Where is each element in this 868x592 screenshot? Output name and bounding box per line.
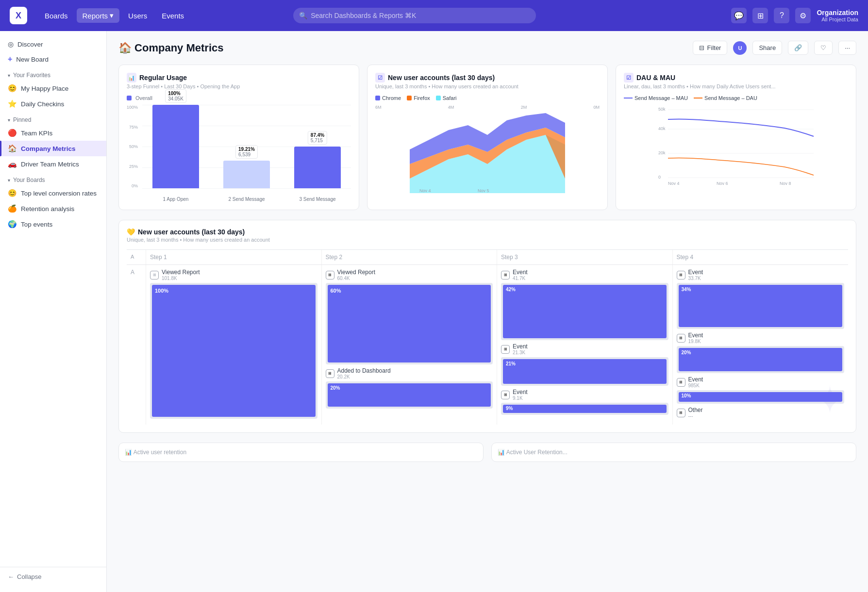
- svg-text:Nov 6: Nov 6: [717, 181, 728, 186]
- more-button[interactable]: ···: [838, 41, 856, 55]
- card-new-user-accounts: ☑ New user accounts (last 30 days) Uniqu…: [367, 65, 608, 210]
- pinned-section[interactable]: ▾ Pinned: [0, 112, 106, 125]
- bottom-card-2: 📊 Active User Retention...: [491, 443, 856, 462]
- filter-icon: ⊟: [699, 44, 704, 51]
- card1-subtitle: 3-step Funnel • Last 30 Days • Opening t…: [127, 83, 351, 89]
- sidebar: ◎ Discover + New Board ▾ Your Favorites …: [0, 31, 107, 592]
- svg-text:Nov 4: Nov 4: [419, 188, 431, 193]
- share-button[interactable]: Share: [752, 41, 782, 55]
- big-card-title: 💛 New user accounts (last 30 days): [127, 228, 848, 236]
- line-chart-svg: 50k 40k 20k 0 Nov 4: [624, 105, 848, 187]
- topnav-right: 💬 ⊞ ? ⚙ Organization All Project Data: [731, 8, 858, 23]
- legend-line-mau: [624, 98, 633, 99]
- logo[interactable]: X: [10, 7, 27, 24]
- checkbox-icon: ☑: [375, 73, 385, 82]
- card1-title: 📊 Regular Usage: [127, 73, 351, 82]
- sidebar-bottom: ← Collapse: [0, 567, 106, 586]
- search-container: 🔍: [293, 8, 536, 23]
- sidebar-item-daily-checkins[interactable]: ⭐ Daily Checkins: [0, 96, 106, 112]
- legend-line-dau: [694, 98, 702, 99]
- sidebar-item-driver-team-metrics[interactable]: 🚗 Driver Team Metrics: [0, 156, 106, 172]
- page-header: 🏠 Company Metrics ⊟ Filter U Share 🔗 ♡ ·…: [118, 41, 856, 55]
- card-dau-mau: ☑ DAU & MAU Linear, dau, last 3 months •…: [616, 65, 856, 210]
- bar-chart: 100% 75% 50% 25% 0%: [127, 105, 351, 202]
- sidebar-item-company-metrics[interactable]: 🏠 Company Metrics: [0, 141, 106, 156]
- plus-icon: +: [8, 55, 12, 64]
- card2-title: ☑ New user accounts (last 30 days): [375, 73, 600, 82]
- grid-icon-btn[interactable]: ⊞: [752, 8, 768, 23]
- step1-icon: ⊞: [150, 271, 159, 280]
- sidebar-item-team-kpis[interactable]: 🔴 Team KPIs: [0, 125, 106, 141]
- bar-chart-icon: 📊: [127, 73, 136, 82]
- topnav: X Boards Reports ▾ Users Events 🔍 💬 ⊞ ? …: [0, 0, 868, 31]
- big-card-header: 💛 New user accounts (last 30 days) Uniqu…: [127, 228, 848, 243]
- big-card-funnel: ✦ 💛 New user accounts (last 30 days) Uni…: [118, 220, 856, 433]
- sidebar-item-new-board[interactable]: + New Board: [0, 51, 106, 67]
- nav-reports[interactable]: Reports ▾: [77, 8, 120, 23]
- svg-text:20k: 20k: [658, 150, 666, 155]
- svg-text:50k: 50k: [658, 107, 666, 112]
- heart-button[interactable]: ♡: [814, 41, 833, 55]
- step-3-col: ⊞ Event 41.7K 42% ⊞: [497, 265, 673, 425]
- org-selector[interactable]: Organization All Project Data: [817, 9, 858, 22]
- step-2-col: ⊞ Viewed Report 60.4K 60% ⊞: [322, 265, 498, 425]
- bar-3: 87.4%5,715: [284, 105, 351, 188]
- sidebar-item-discover[interactable]: ◎ Discover: [0, 37, 106, 51]
- legend-dot-overall: [127, 96, 132, 100]
- chevron-down-icon: ▾: [110, 11, 114, 20]
- legend-dot-firefox: [407, 96, 412, 100]
- collapse-button[interactable]: ← Collapse: [8, 573, 99, 580]
- nav-links: Boards Reports ▾ Users Events: [39, 8, 190, 23]
- bottom-hint-row: 📊 Active user retention 📊 Active User Re…: [118, 443, 856, 462]
- legend-dot-chrome: [375, 96, 380, 100]
- collapse-icon: ←: [8, 573, 14, 580]
- nav-boards[interactable]: Boards: [39, 9, 74, 23]
- sidebar-item-retention[interactable]: 🍊 Retention analysis: [0, 201, 106, 216]
- bars-container: 100%34.05K 19.21%6,539: [142, 105, 351, 188]
- sidebar-item-top-level[interactable]: 😊 Top level conversion rates: [0, 185, 106, 201]
- svg-text:Nov 4: Nov 4: [668, 181, 680, 186]
- nav-users[interactable]: Users: [122, 9, 153, 23]
- funnel-header-row: A Step 1 Step 2 Step 3 Step 4: [127, 249, 848, 265]
- layout: ◎ Discover + New Board ▾ Your Favorites …: [0, 31, 868, 592]
- card1-legend: Overall: [127, 95, 351, 101]
- bottom-card-1: 📊 Active user retention: [118, 443, 484, 462]
- bar-2: 19.21%6,539: [213, 105, 280, 188]
- card3-title: ☑ DAU & MAU: [624, 73, 848, 82]
- big-card-subtitle: Unique, last 3 months • How many users c…: [127, 237, 848, 243]
- nav-events[interactable]: Events: [156, 9, 190, 23]
- search-icon: 🔍: [299, 12, 307, 19]
- favorites-section[interactable]: ▾ Your Favorites: [0, 67, 106, 81]
- area-chart-svg: Nov 4 Nov 5: [375, 111, 600, 193]
- svg-text:Nov 8: Nov 8: [780, 181, 791, 186]
- chart-icon: ☑: [624, 73, 634, 82]
- link-button[interactable]: 🔗: [788, 41, 808, 55]
- chevron-icon: ▾: [8, 178, 10, 183]
- card2-subtitle: Unique, last 3 months • How many users c…: [375, 83, 600, 89]
- x-axis: 1 App Open 2 Send Message 3 Send Message: [142, 197, 351, 202]
- line-chart: 50k 40k 20k 0 Nov 4: [624, 105, 848, 189]
- legend-dot-safari: [436, 96, 441, 100]
- svg-text:40k: 40k: [658, 126, 666, 131]
- main-content: 🏠 Company Metrics ⊟ Filter U Share 🔗 ♡ ·…: [107, 31, 868, 592]
- sidebar-item-happy-place[interactable]: 😊 My Happy Place: [0, 81, 106, 96]
- chevron-icon: ▾: [8, 73, 10, 78]
- search-input[interactable]: [293, 8, 536, 23]
- help-icon-btn[interactable]: ?: [774, 8, 789, 23]
- card2-legend: Chrome Firefox Safari: [375, 95, 600, 101]
- funnel-items-row: A ⊞ Viewed Report 101.8K 100%: [127, 265, 848, 425]
- bar-1: 100%34.05K: [142, 105, 209, 188]
- chevron-icon: ▾: [8, 117, 10, 123]
- area-chart: 6M 4M 2M 0M Nov 4 Nov 5: [375, 105, 600, 195]
- chat-icon-btn[interactable]: 💬: [731, 8, 747, 23]
- step-1-col: ⊞ Viewed Report 101.8K 100%: [146, 265, 322, 425]
- settings-icon-btn[interactable]: ⚙: [795, 8, 811, 23]
- y-axis: 100% 75% 50% 25% 0%: [127, 105, 138, 188]
- top-cards-row: 📊 Regular Usage 3-step Funnel • Last 30 …: [118, 65, 856, 210]
- filter-button[interactable]: ⊟ Filter: [693, 41, 728, 55]
- card3-legend: Send Message – MAU Send Message – DAU: [624, 95, 848, 101]
- svg-text:0: 0: [658, 175, 661, 180]
- sidebar-item-top-events[interactable]: 🌍 Top events: [0, 216, 106, 232]
- page-title: 🏠 Company Metrics: [118, 42, 224, 54]
- boards-section[interactable]: ▾ Your Boards: [0, 172, 106, 185]
